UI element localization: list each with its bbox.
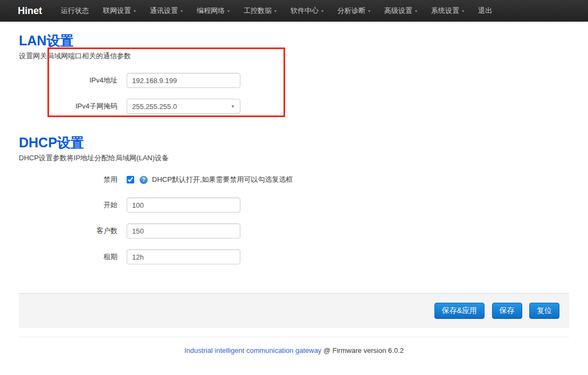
nav-item-programming-network[interactable]: 编程网络▾ bbox=[191, 0, 235, 22]
ipv4-address-row: IPv4地址 bbox=[19, 73, 569, 88]
dhcp-disable-row: 禁用 ? DHCP默认打开,如果需要禁用可以勾选复选框 bbox=[19, 175, 569, 185]
dhcp-lease-row: 租期 bbox=[19, 249, 569, 264]
ipv4-netmask-label: IPv4子网掩码 bbox=[19, 101, 117, 111]
firmware-version-text: @ Firmware version 6.0.2 bbox=[321, 346, 404, 354]
nav-item-industrial-data[interactable]: 工控数据▾ bbox=[238, 0, 282, 22]
page-action-bar: 保存&应用 保存 复位 bbox=[19, 293, 569, 328]
lan-section-description: 设置网关局域网端口相关的通信参数 bbox=[19, 52, 569, 60]
dhcp-clients-input[interactable] bbox=[127, 223, 240, 238]
dhcp-section-description: DHCP设置参数将IP地址分配给局域网(LAN)设备 bbox=[19, 154, 569, 162]
dhcp-clients-row: 客户数 bbox=[19, 223, 569, 238]
ipv4-address-label: IPv4地址 bbox=[19, 76, 117, 85]
dhcp-lease-input[interactable] bbox=[127, 249, 240, 264]
ipv4-netmask-row: IPv4子网掩码 255.255.255.0 ▼ bbox=[19, 99, 569, 114]
chevron-down-icon: ▾ bbox=[415, 7, 417, 16]
dhcp-disable-label: 禁用 bbox=[19, 175, 117, 185]
chevron-down-icon: ▾ bbox=[227, 7, 230, 16]
nav-item-status[interactable]: 运行状态 bbox=[56, 0, 94, 22]
chevron-down-icon: ▾ bbox=[181, 7, 183, 16]
lan-section-title: LAN设置 bbox=[19, 22, 569, 49]
top-navbar: Hinet 运行状态 联网设置▾ 通讯设置▾ 编程网络▾ 工控数据▾ 软件中心▾… bbox=[0, 0, 588, 22]
page-footer: Industrial intelligent communication gat… bbox=[0, 337, 588, 364]
help-question-icon: ? bbox=[140, 176, 148, 184]
gateway-footer-link[interactable]: Industrial intelligent communication gat… bbox=[184, 346, 321, 354]
dhcp-section-title: DHCP设置 bbox=[19, 134, 569, 151]
dhcp-lease-label: 租期 bbox=[19, 252, 117, 262]
nav-item-advanced-settings[interactable]: 高级设置▾ bbox=[379, 0, 423, 22]
brand-logo[interactable]: Hinet bbox=[0, 0, 54, 22]
dhcp-disable-hint: DHCP默认打开,如果需要禁用可以勾选复选框 bbox=[152, 175, 293, 185]
nav-item-software-center[interactable]: 软件中心▾ bbox=[285, 0, 329, 22]
chevron-down-icon: ▾ bbox=[321, 7, 323, 16]
dhcp-start-input[interactable] bbox=[127, 197, 240, 213]
lan-settings-section: LAN设置 设置网关局域网端口相关的通信参数 IPv4地址 IPv4子网掩码 2… bbox=[19, 22, 569, 114]
reset-button[interactable]: 复位 bbox=[529, 303, 559, 319]
chevron-down-icon: ▾ bbox=[134, 7, 136, 16]
dhcp-clients-label: 客户数 bbox=[19, 226, 117, 236]
nav-item-comm-settings[interactable]: 通讯设置▾ bbox=[144, 0, 188, 22]
dhcp-start-label: 开始 bbox=[19, 200, 117, 210]
nav-item-diagnostics[interactable]: 分析诊断▾ bbox=[332, 0, 376, 22]
nav-item-system-settings[interactable]: 系统设置▾ bbox=[426, 0, 469, 22]
save-apply-button[interactable]: 保存&应用 bbox=[434, 303, 485, 319]
nav-item-logout[interactable]: 退出 bbox=[473, 0, 497, 22]
nav-menu: 运行状态 联网设置▾ 通讯设置▾ 编程网络▾ 工控数据▾ 软件中心▾ 分析诊断▾… bbox=[54, 0, 499, 22]
save-button[interactable]: 保存 bbox=[492, 303, 522, 319]
ipv4-netmask-select[interactable]: 255.255.255.0 bbox=[127, 99, 240, 114]
chevron-down-icon: ▾ bbox=[368, 7, 370, 16]
chevron-down-icon: ▾ bbox=[462, 7, 464, 16]
chevron-down-icon: ▾ bbox=[274, 7, 276, 16]
dhcp-disable-checkbox[interactable] bbox=[127, 176, 134, 183]
nav-item-network-settings[interactable]: 联网设置▾ bbox=[98, 0, 141, 22]
ipv4-address-input[interactable] bbox=[127, 73, 240, 88]
dhcp-settings-section: DHCP设置 DHCP设置参数将IP地址分配给局域网(LAN)设备 禁用 ? D… bbox=[19, 134, 569, 264]
dhcp-start-row: 开始 bbox=[19, 197, 569, 213]
